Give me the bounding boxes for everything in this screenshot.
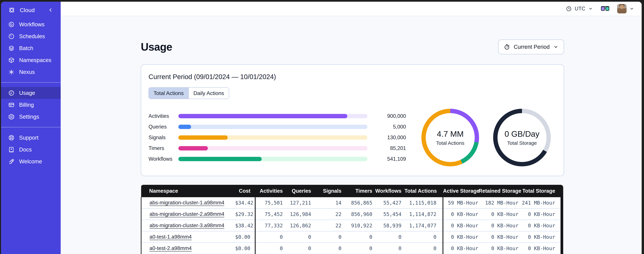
sidebar-item-schedules[interactable]: Schedules bbox=[1, 30, 61, 42]
sidebar-item-label: Usage bbox=[19, 90, 35, 96]
cell-retained-storage: 182 MB-Hour bbox=[478, 197, 518, 208]
batch-layers-icon bbox=[8, 45, 15, 52]
sidebar-collapse-button[interactable] bbox=[48, 7, 54, 13]
cell-queries: 127,211 bbox=[283, 197, 311, 208]
usage-gauge-icon bbox=[8, 90, 15, 96]
cell-workflows: 55,427 bbox=[372, 197, 402, 208]
cell-retained-storage: 0 KB-Hour bbox=[478, 208, 518, 220]
namespace-link[interactable]: abs-migration-cluster-1.a98mm4 bbox=[150, 200, 224, 206]
cell-workflows: 58,939 bbox=[372, 220, 402, 231]
period-selector-label: Current Period bbox=[514, 44, 550, 50]
sidebar-item-settings[interactable]: Settings bbox=[1, 111, 61, 123]
actions-bar-chart: Activities 900,000 Queries bbox=[148, 111, 406, 164]
namespace-link[interactable]: abs-migration-cluster-2.a98mm4 bbox=[150, 211, 224, 217]
user-avatar bbox=[617, 4, 626, 14]
sidebar-item-label: Welcome bbox=[19, 158, 42, 165]
chevron-down-icon bbox=[588, 6, 593, 11]
cell-timers: 0 bbox=[342, 231, 372, 242]
bar-label: Activities bbox=[148, 113, 178, 119]
bar-track bbox=[178, 136, 368, 140]
bar-track bbox=[178, 125, 368, 129]
cell-cost: $0.00 bbox=[235, 231, 255, 242]
bar-value: 541,109 bbox=[373, 156, 406, 162]
namespace-link[interactable]: a0-test-2.a98mm4 bbox=[150, 245, 192, 251]
table-header-row: Namespace Cost Activities Queries Signal… bbox=[141, 185, 563, 197]
cell-retained-storage: 0 KB-Hour bbox=[478, 220, 518, 231]
namespace-link[interactable]: abs-migration-cluster-3.a98mm4 bbox=[150, 222, 224, 228]
bar-label: Workflows bbox=[148, 156, 178, 162]
sidebar-item-welcome[interactable]: Welcome bbox=[1, 156, 61, 168]
sidebar-divider bbox=[1, 82, 61, 82]
cell-total-storage: 0 KB-Hour bbox=[518, 242, 563, 254]
sidebar-item-billing[interactable]: Billing bbox=[1, 99, 61, 111]
sidebar-footer-nav: Support Docs bbox=[1, 132, 61, 168]
timezone-label: UTC bbox=[574, 6, 585, 12]
tab-daily-actions[interactable]: Daily Actions bbox=[188, 88, 229, 99]
tab-total-actions[interactable]: Total Actions bbox=[149, 88, 188, 99]
sidebar-item-label: Batch bbox=[19, 45, 33, 52]
sidebar-primary-nav: Workflows Schedules Batch bbox=[1, 18, 61, 78]
cell-retained-storage: 0 KB-Hour bbox=[478, 242, 518, 254]
sidebar-item-support[interactable]: Support bbox=[1, 132, 61, 144]
bar-value: 900,000 bbox=[373, 113, 406, 119]
cell-active-storage: 59 MB-Hour bbox=[443, 197, 478, 208]
bar-label: Timers bbox=[148, 145, 178, 151]
cell-activities: 0 bbox=[255, 231, 283, 242]
sidebar-item-nexus[interactable]: Nexus bbox=[1, 66, 61, 78]
table-row: abs-migration-cluster-2.a98mm4 $29.32 75… bbox=[141, 208, 563, 220]
cell-total-actions: 0 bbox=[402, 231, 443, 242]
sidebar-item-namespaces[interactable]: Namespaces bbox=[1, 54, 61, 66]
account-menu[interactable] bbox=[617, 4, 634, 14]
workflows-icon bbox=[8, 21, 15, 28]
cell-cost: $38.42 bbox=[235, 220, 255, 231]
bar-track bbox=[178, 146, 368, 150]
bar-fill bbox=[178, 125, 191, 129]
sidebar-item-label: Schedules bbox=[19, 33, 45, 40]
col-active-storage: Active Storage bbox=[443, 185, 478, 197]
cell-total-actions: 1,174,077 bbox=[402, 220, 443, 231]
namespace-link[interactable]: a0-test-1.a98mm4 bbox=[150, 234, 192, 240]
bar-label: Queries bbox=[148, 124, 178, 130]
sidebar-item-workflows[interactable]: Workflows bbox=[1, 18, 61, 30]
table-row: a0-test-1.a98mm4 $0.00 0 0 0 0 0 0 0 KB-… bbox=[141, 231, 563, 242]
card-title: Current Period (09/01/2024 — 10/01/2024) bbox=[148, 73, 556, 80]
bar-fill bbox=[178, 136, 228, 140]
cell-activities: 75,452 bbox=[255, 208, 283, 220]
cell-total-storage: 0 KB-Hour bbox=[518, 220, 563, 231]
cell-namespace: a0-test-2.a98mm4 bbox=[141, 242, 235, 254]
cell-queries: 126,984 bbox=[283, 208, 311, 220]
page-title: Usage bbox=[141, 41, 172, 53]
stopwatch-icon bbox=[504, 44, 510, 50]
sidebar-item-label: Settings bbox=[19, 114, 39, 120]
cell-namespace: abs-migration-cluster-1.a98mm4 bbox=[141, 197, 235, 208]
cell-retained-storage: 0 KB-Hour bbox=[478, 231, 518, 242]
sidebar-item-usage[interactable]: Usage bbox=[1, 87, 61, 99]
settings-gear-icon bbox=[8, 114, 15, 120]
glasses-button[interactable] bbox=[600, 6, 610, 12]
chevron-left-icon bbox=[48, 7, 54, 13]
period-selector-button[interactable]: Current Period bbox=[498, 40, 564, 54]
cell-signals: 14 bbox=[311, 197, 342, 208]
cell-timers: 856,960 bbox=[342, 208, 372, 220]
cell-total-storage: 0 KB-Hour bbox=[518, 208, 563, 220]
usage-charts: Activities 900,000 Queries bbox=[148, 109, 556, 166]
bar-row-workflows: Workflows 541,109 bbox=[148, 154, 406, 164]
timezone-selector[interactable]: UTC bbox=[566, 6, 593, 12]
support-lifebuoy-icon bbox=[8, 134, 15, 141]
cell-signals: 22 bbox=[311, 208, 342, 220]
sidebar-item-batch[interactable]: Batch bbox=[1, 42, 61, 54]
cell-queries: 0 bbox=[283, 231, 311, 242]
docs-book-icon bbox=[8, 146, 15, 153]
cell-cost: $34.42 bbox=[235, 197, 255, 208]
sidebar-account-nav: Usage Billing Settings bbox=[1, 87, 61, 123]
cell-signals: 0 bbox=[311, 231, 342, 242]
cell-workflows: 55,454 bbox=[372, 208, 402, 220]
table-scrollbar[interactable] bbox=[560, 197, 563, 254]
cell-active-storage: 0 KB-Hour bbox=[443, 220, 478, 231]
bar-row-activities: Activities 900,000 bbox=[148, 111, 406, 122]
sidebar-item-docs[interactable]: Docs bbox=[1, 144, 61, 156]
table-row: a0-test-2.a98mm4 $0.00 0 0 0 0 0 0 0 KB-… bbox=[141, 242, 563, 254]
donut-label: Total Actions bbox=[436, 140, 464, 146]
cell-total-actions: 0 bbox=[402, 242, 443, 254]
nexus-asterisk-icon bbox=[8, 69, 15, 76]
